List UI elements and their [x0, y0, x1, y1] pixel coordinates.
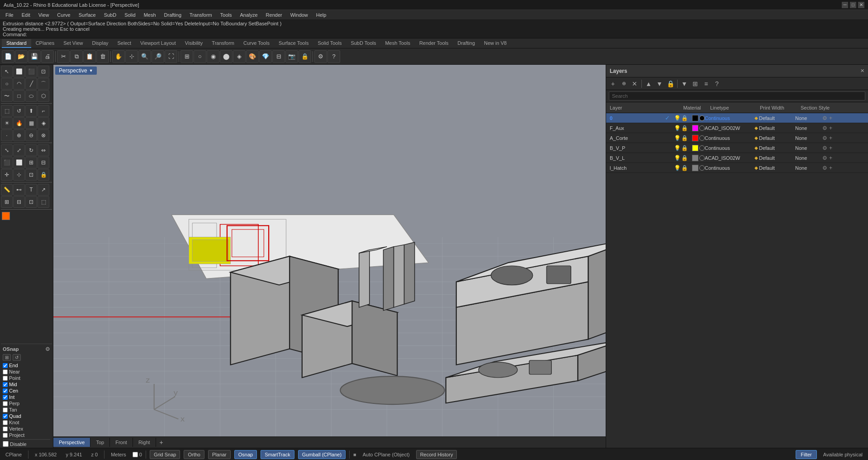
- section-tool[interactable]: ⊟: [13, 196, 25, 208]
- rotate-tool[interactable]: ↻: [25, 144, 37, 156]
- menu-drafting[interactable]: Drafting: [161, 11, 185, 19]
- print-button[interactable]: 🖨: [41, 50, 54, 63]
- osnap-point-checkbox[interactable]: [3, 376, 8, 381]
- measure-tool[interactable]: 📏: [1, 184, 13, 196]
- sphere-button[interactable]: ◉: [207, 50, 219, 63]
- detail-tool[interactable]: ⊡: [25, 196, 37, 208]
- layer-acorte-bulb-icon[interactable]: 💡: [674, 135, 681, 141]
- status-gumball-btn[interactable]: Gumball (CPlane): [298, 450, 346, 459]
- edit-pts-tool[interactable]: ⊹: [13, 169, 25, 181]
- layers-filter-btn[interactable]: ▼: [679, 79, 689, 89]
- menu-render[interactable]: Render: [262, 11, 286, 19]
- layer-row-faux[interactable]: F_Aux 💡 🔒 ACAD_ISO02W ◆ Default None ⚙ +: [606, 123, 868, 133]
- layer-bvp-color[interactable]: [692, 145, 698, 151]
- osnap-disable-checkbox[interactable]: [3, 441, 9, 447]
- osnap-knot-checkbox[interactable]: [3, 420, 8, 425]
- zoom-in-button[interactable]: 🔍: [138, 50, 151, 63]
- layer-bvl-settings-icon[interactable]: ⚙: [822, 155, 829, 161]
- minimize-button[interactable]: ─: [842, 2, 848, 8]
- layer-row-lhatch[interactable]: l_Hatch 💡 🔒 Continuous ◆ Default None ⚙ …: [606, 163, 868, 173]
- status-checkbox[interactable]: [133, 452, 138, 457]
- osnap-reset-btn[interactable]: ↺: [13, 354, 21, 361]
- layer-bvl-lock-icon[interactable]: 🔒: [681, 155, 688, 161]
- layer-lhatch-color[interactable]: [692, 165, 698, 171]
- extrude-tool[interactable]: ⬆: [25, 105, 37, 117]
- mirror-tool[interactable]: ⇔: [38, 144, 49, 156]
- polyline-tool[interactable]: ⌒: [38, 78, 49, 90]
- layer-0-bulb-icon[interactable]: 💡: [674, 115, 681, 121]
- layer-row-bvl[interactable]: B_V_L 💡 🔒 ACAD_ISO02W ◆ Default None ⚙ +: [606, 153, 868, 163]
- ellipse-tool[interactable]: ⬭: [25, 90, 37, 102]
- new-button[interactable]: 📄: [2, 50, 14, 63]
- menu-surface[interactable]: Surface: [75, 11, 100, 19]
- group-tool[interactable]: ⊡: [38, 66, 49, 77]
- tab-new-v8[interactable]: New in V8: [479, 39, 511, 48]
- viewport-label[interactable]: Perspective ▼: [55, 67, 97, 75]
- layer-acorte-lock-icon[interactable]: 🔒: [681, 135, 688, 141]
- vp-tab-perspective[interactable]: Perspective: [53, 438, 90, 447]
- hatch-tool[interactable]: ▦: [25, 117, 37, 129]
- layers-lock-btn[interactable]: 🔒: [665, 79, 675, 89]
- tab-subd-tools[interactable]: SubD Tools: [346, 39, 380, 48]
- tab-set-view[interactable]: Set View: [59, 39, 87, 48]
- vp-tab-right[interactable]: Right: [133, 438, 156, 447]
- delete-button[interactable]: 🗑: [96, 50, 109, 63]
- layer-lhatch-bulb-icon[interactable]: 💡: [674, 165, 681, 171]
- distribute-tool[interactable]: ⬜: [13, 157, 25, 168]
- layers-grid-view-btn[interactable]: ⊞: [690, 79, 700, 89]
- layer-bvp-lock-icon[interactable]: 🔒: [681, 145, 688, 151]
- menu-curve[interactable]: Curve: [53, 11, 74, 19]
- layers-list-view-btn[interactable]: ≡: [701, 79, 711, 89]
- osnap-project-checkbox[interactable]: [3, 433, 8, 438]
- status-ortho-btn[interactable]: Ortho: [184, 450, 204, 459]
- color-swatch[interactable]: [2, 212, 10, 220]
- layer-bvl-add-icon[interactable]: +: [829, 155, 835, 161]
- ball-button[interactable]: ⬤: [220, 50, 232, 63]
- layer-row-bvp[interactable]: B_V_P 💡 🔒 Continuous ◆ Default None ⚙ +: [606, 143, 868, 153]
- command-input[interactable]: [29, 32, 119, 37]
- tab-surface-tools[interactable]: Surface Tools: [274, 39, 313, 48]
- status-filter-btn[interactable]: Filter: [796, 450, 816, 459]
- layers-help-btn[interactable]: ?: [712, 79, 722, 89]
- layer-acorte-add-icon[interactable]: +: [829, 135, 835, 141]
- layer-bvp-add-icon[interactable]: +: [829, 145, 835, 151]
- settings-button[interactable]: ⚙: [314, 50, 327, 63]
- polygon-tool[interactable]: ⬡: [38, 90, 49, 102]
- cage-tool[interactable]: ⊡: [25, 169, 37, 181]
- circle-button[interactable]: ○: [194, 50, 206, 63]
- layer-lhatch-lock-icon[interactable]: 🔒: [681, 165, 688, 171]
- tab-viewport-layout[interactable]: Viewport Layout: [136, 39, 180, 48]
- rect-tool[interactable]: □: [13, 90, 25, 102]
- close-button[interactable]: ✕: [858, 2, 864, 8]
- tab-drafting[interactable]: Drafting: [453, 39, 480, 48]
- layers-search-input[interactable]: [609, 91, 865, 101]
- annotation-tool[interactable]: ⊞: [1, 196, 13, 208]
- select-window-tool[interactable]: ⬜: [13, 66, 25, 77]
- status-osnap-btn[interactable]: Osnap: [234, 450, 257, 459]
- transform-tool[interactable]: ⤡: [1, 144, 13, 156]
- osnap-quad-checkbox[interactable]: [3, 414, 8, 419]
- camera-button[interactable]: 📷: [285, 50, 298, 63]
- tab-curve-tools[interactable]: Curve Tools: [239, 39, 274, 48]
- open-button[interactable]: 📂: [15, 50, 28, 63]
- intersect-tool[interactable]: ⊕: [13, 129, 25, 141]
- menu-tools[interactable]: Tools: [217, 11, 236, 19]
- dim-tool[interactable]: ◈: [38, 117, 49, 129]
- arc-tool[interactable]: ◠: [13, 78, 25, 90]
- color-wheel-button[interactable]: 🎨: [246, 50, 259, 63]
- layer-0-settings-icon[interactable]: ⚙: [822, 115, 829, 121]
- boolean-tool[interactable]: ⊖: [25, 129, 37, 141]
- menu-solid[interactable]: Solid: [121, 11, 139, 19]
- vp-tab-front[interactable]: Front: [110, 438, 133, 447]
- text-tool[interactable]: T: [25, 184, 37, 196]
- vp-tab-add-button[interactable]: +: [156, 437, 167, 448]
- help-toolbar-button[interactable]: ?: [327, 50, 340, 63]
- layer-0-add-icon[interactable]: +: [829, 115, 835, 121]
- surface-tool[interactable]: ⬚: [1, 105, 13, 117]
- layers-delete-btn[interactable]: ✕: [630, 79, 640, 89]
- save-button[interactable]: 💾: [28, 50, 41, 63]
- select-button[interactable]: ⊹: [125, 50, 138, 63]
- osnap-perp-checkbox[interactable]: [3, 401, 8, 406]
- status-smarttrack-btn[interactable]: SmartTrack: [261, 450, 294, 459]
- sun-tool[interactable]: ☀: [1, 117, 13, 129]
